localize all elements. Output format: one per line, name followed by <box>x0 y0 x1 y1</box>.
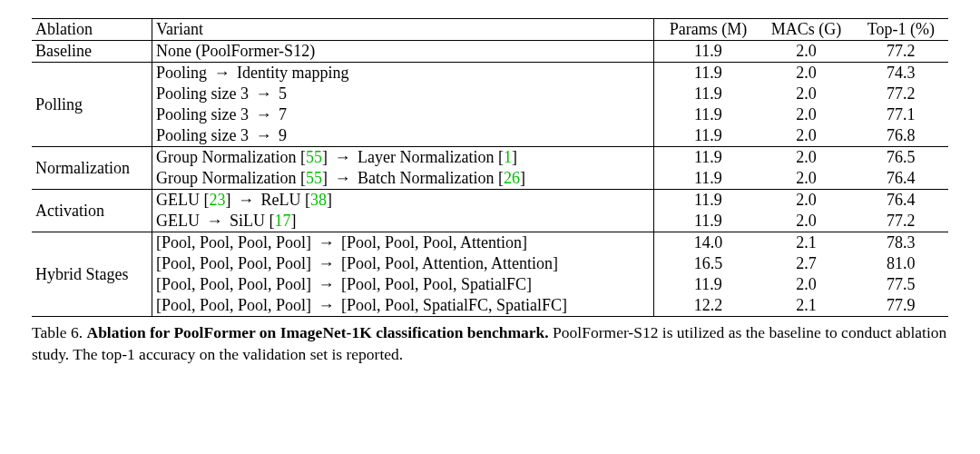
citation[interactable]: 23 <box>209 191 225 209</box>
variant-cell: Pooling size 3 → 5 <box>152 84 654 104</box>
arrow-icon: → <box>207 64 237 82</box>
arrow-icon: → <box>249 126 279 144</box>
variant-cell: GELU [23] → ReLU [38] <box>152 190 654 212</box>
citation[interactable]: 26 <box>504 169 520 187</box>
params-cell: 11.9 <box>653 168 759 190</box>
table-row: Pooling size 3 → 711.92.077.1 <box>32 104 948 125</box>
ablation-label: Polling <box>32 63 152 147</box>
variant-cell: None (PoolFormer-S12) <box>152 41 654 63</box>
macs-cell: 2.1 <box>759 232 853 254</box>
variant-cell: Group Normalization [55] → Layer Normali… <box>152 147 654 169</box>
params-cell: 12.2 <box>653 295 759 317</box>
variant-cell: [Pool, Pool, Pool, Pool] → [Pool, Pool, … <box>152 295 654 317</box>
table-row: ActivationGELU [23] → ReLU [38]11.92.076… <box>32 190 948 212</box>
table-row: Pooling size 3 → 911.92.076.8 <box>32 125 948 147</box>
macs-cell: 2.0 <box>759 168 853 190</box>
params-cell: 11.9 <box>653 84 759 104</box>
citation[interactable]: 38 <box>310 191 327 209</box>
header-macs: MACs (G) <box>759 19 853 41</box>
ablation-label: Hybrid Stages <box>32 232 152 317</box>
table-row: [Pool, Pool, Pool, Pool] → [Pool, Pool, … <box>32 274 948 295</box>
params-cell: 11.9 <box>653 147 759 169</box>
top1-cell: 77.2 <box>854 211 948 232</box>
macs-cell: 2.7 <box>759 253 853 274</box>
macs-cell: 2.0 <box>759 63 853 84</box>
macs-cell: 2.0 <box>759 125 853 147</box>
macs-cell: 2.0 <box>759 274 853 295</box>
arrow-icon: → <box>311 233 341 252</box>
table-row: BaselineNone (PoolFormer-S12)11.92.077.2 <box>32 41 948 63</box>
arrow-icon: → <box>230 191 260 209</box>
table-caption: Table 6. Ablation for PoolFormer on Imag… <box>32 322 948 365</box>
macs-cell: 2.0 <box>759 147 853 169</box>
variant-cell: GELU → SiLU [17] <box>152 211 654 232</box>
ablation-label: Activation <box>32 190 152 232</box>
params-cell: 11.9 <box>653 104 759 125</box>
top1-cell: 81.0 <box>854 253 948 274</box>
params-cell: 11.9 <box>653 41 759 63</box>
params-cell: 11.9 <box>653 211 759 232</box>
arrow-icon: → <box>311 296 341 314</box>
arrow-icon: → <box>249 84 279 103</box>
arrow-icon: → <box>311 254 341 272</box>
citation[interactable]: 55 <box>306 148 322 166</box>
variant-cell: Pooling size 3 → 7 <box>152 104 654 125</box>
top1-cell: 76.8 <box>854 125 948 147</box>
table-row: GELU → SiLU [17]11.92.077.2 <box>32 211 948 232</box>
arrow-icon: → <box>328 148 358 166</box>
arrow-icon: → <box>311 275 341 293</box>
variant-cell: [Pool, Pool, Pool, Pool] → [Pool, Pool, … <box>152 274 654 295</box>
header-variant: Variant <box>152 19 654 41</box>
top1-cell: 76.4 <box>854 190 948 212</box>
macs-cell: 2.0 <box>759 84 853 104</box>
macs-cell: 2.0 <box>759 41 853 63</box>
top1-cell: 77.1 <box>854 104 948 125</box>
top1-cell: 76.5 <box>854 147 948 169</box>
arrow-icon: → <box>328 169 358 187</box>
caption-lead: Table 6. <box>32 323 87 341</box>
table-row: PollingPooling → Identity mapping11.92.0… <box>32 63 948 84</box>
top1-cell: 76.4 <box>854 168 948 190</box>
variant-cell: Group Normalization [55] → Batch Normali… <box>152 168 654 190</box>
params-cell: 11.9 <box>653 125 759 147</box>
caption-bold: Ablation for PoolFormer on ImageNet-1K c… <box>87 323 549 341</box>
header-top1: Top-1 (%) <box>854 19 948 41</box>
macs-cell: 2.0 <box>759 211 853 232</box>
citation[interactable]: 1 <box>504 148 512 166</box>
top1-cell: 77.9 <box>854 295 948 317</box>
top1-cell: 74.3 <box>854 63 948 84</box>
ablation-table: AblationVariantParams (M)MACs (G)Top-1 (… <box>32 18 948 317</box>
header-row: AblationVariantParams (M)MACs (G)Top-1 (… <box>32 19 948 41</box>
variant-cell: Pooling → Identity mapping <box>152 63 654 84</box>
top1-cell: 78.3 <box>854 232 948 254</box>
params-cell: 16.5 <box>653 253 759 274</box>
table-row: Pooling size 3 → 511.92.077.2 <box>32 84 948 104</box>
table-row: [Pool, Pool, Pool, Pool] → [Pool, Pool, … <box>32 295 948 317</box>
macs-cell: 2.1 <box>759 295 853 317</box>
variant-cell: Pooling size 3 → 9 <box>152 125 654 147</box>
table-row: [Pool, Pool, Pool, Pool] → [Pool, Pool, … <box>32 253 948 274</box>
citation[interactable]: 55 <box>306 169 322 187</box>
macs-cell: 2.0 <box>759 104 853 125</box>
params-cell: 11.9 <box>653 274 759 295</box>
table-row: Hybrid Stages[Pool, Pool, Pool, Pool] → … <box>32 232 948 254</box>
header-params: Params (M) <box>653 19 759 41</box>
params-cell: 14.0 <box>653 232 759 254</box>
params-cell: 11.9 <box>653 190 759 212</box>
citation[interactable]: 17 <box>275 212 291 230</box>
ablation-label: Baseline <box>32 41 152 63</box>
top1-cell: 77.5 <box>854 274 948 295</box>
macs-cell: 2.0 <box>759 190 853 212</box>
ablation-label: Normalization <box>32 147 152 190</box>
top1-cell: 77.2 <box>854 41 948 63</box>
table-row: NormalizationGroup Normalization [55] → … <box>32 147 948 169</box>
variant-cell: [Pool, Pool, Pool, Pool] → [Pool, Pool, … <box>152 232 654 254</box>
arrow-icon: → <box>200 212 230 230</box>
top1-cell: 77.2 <box>854 84 948 104</box>
params-cell: 11.9 <box>653 63 759 84</box>
table-row: Group Normalization [55] → Batch Normali… <box>32 168 948 190</box>
header-ablation: Ablation <box>32 19 152 41</box>
variant-cell: [Pool, Pool, Pool, Pool] → [Pool, Pool, … <box>152 253 654 274</box>
arrow-icon: → <box>249 105 279 123</box>
